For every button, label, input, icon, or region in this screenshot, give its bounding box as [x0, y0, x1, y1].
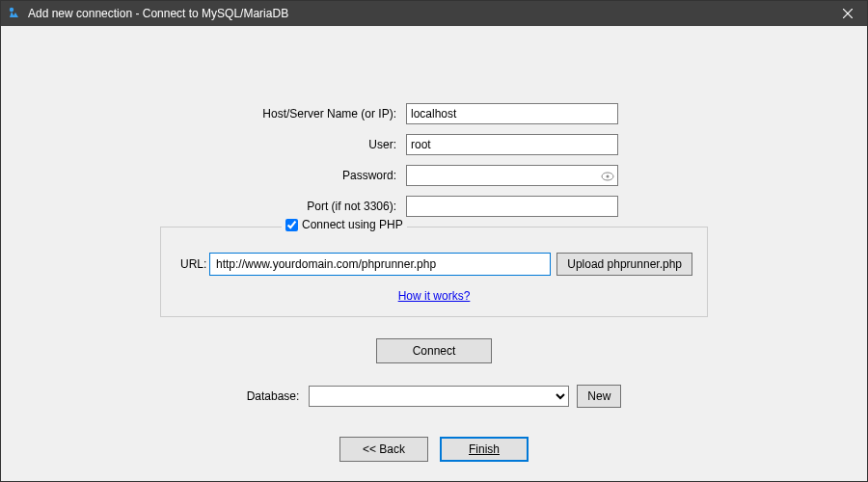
titlebar: Add new connection - Connect to MySQL/Ma… — [1, 1, 867, 26]
database-row: Database: New — [20, 385, 848, 408]
host-label: Host/Server Name (or IP): — [20, 107, 406, 120]
dialog-content: Host/Server Name (or IP): User: Password… — [1, 26, 867, 423]
host-input[interactable] — [406, 103, 618, 124]
connect-php-checkbox[interactable] — [285, 219, 298, 231]
user-row: User: — [20, 134, 848, 155]
back-button[interactable]: << Back — [339, 437, 428, 462]
svg-point-4 — [607, 175, 610, 178]
dialog-window: Add new connection - Connect to MySQL/Ma… — [0, 0, 868, 482]
connection-form: Host/Server Name (or IP): User: Password… — [20, 103, 848, 408]
reveal-password-icon[interactable] — [601, 171, 614, 180]
how-it-works-link[interactable]: How it works? — [398, 289, 471, 303]
connect-button[interactable]: Connect — [376, 338, 492, 363]
url-label: URL: — [176, 257, 209, 271]
url-row: URL: Upload phprunner.php — [176, 253, 692, 276]
password-label: Password: — [20, 169, 406, 182]
port-label: Port (if not 3306): — [20, 200, 406, 213]
new-database-button[interactable]: New — [577, 385, 621, 408]
password-input[interactable] — [406, 165, 618, 186]
port-row: Port (if not 3306): — [20, 196, 848, 217]
upload-phprunner-button[interactable]: Upload phprunner.php — [556, 253, 692, 276]
connect-php-text: Connect using PHP — [302, 218, 403, 231]
url-input[interactable] — [209, 253, 551, 276]
how-it-works-row: How it works? — [176, 289, 692, 303]
dialog-footer: << Back Finish — [1, 423, 867, 481]
close-button[interactable] — [828, 1, 867, 26]
user-label: User: — [20, 138, 406, 151]
user-input[interactable] — [406, 134, 618, 155]
php-group: Connect using PHP URL: Upload phprunner.… — [160, 227, 708, 317]
window-title: Add new connection - Connect to MySQL/Ma… — [28, 7, 828, 20]
close-icon — [843, 9, 853, 18]
finish-button[interactable]: Finish — [440, 437, 529, 462]
database-select[interactable] — [309, 386, 569, 407]
app-icon — [7, 6, 22, 21]
database-label: Database: — [247, 389, 300, 403]
connect-php-checkbox-label[interactable]: Connect using PHP — [282, 218, 407, 231]
svg-point-0 — [10, 8, 14, 12]
password-row: Password: — [20, 165, 848, 186]
host-row: Host/Server Name (or IP): — [20, 103, 848, 124]
connect-row: Connect — [20, 338, 848, 363]
port-input[interactable] — [406, 196, 618, 217]
